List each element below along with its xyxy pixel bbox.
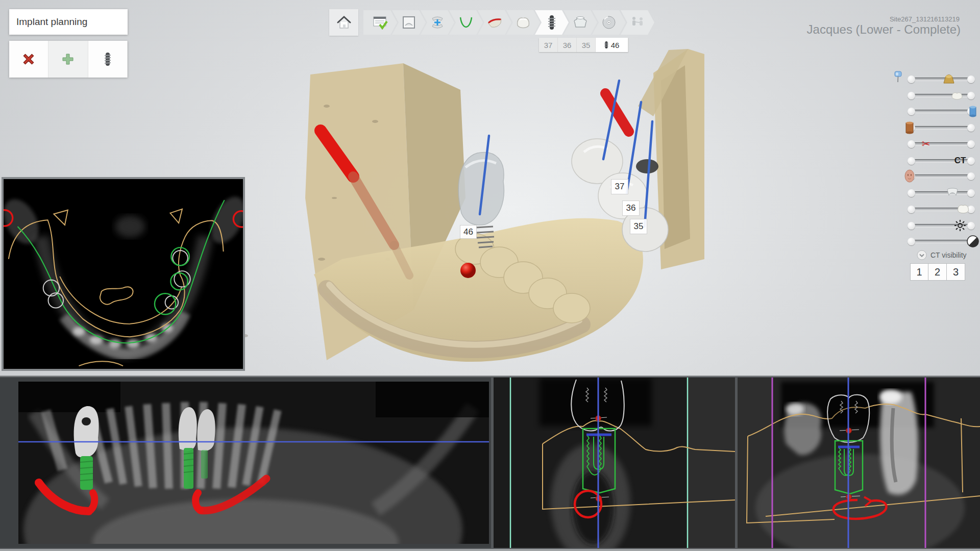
- export-disc-icon: [601, 15, 617, 30]
- contrast-icon[interactable]: [966, 235, 979, 248]
- blue-cylinder-icon[interactable]: [966, 105, 979, 118]
- surgical-guide-icon[interactable]: [946, 186, 959, 199]
- patient-name: Jacques (Lower - Complete): [807, 22, 961, 37]
- tooth-tab-36[interactable]: 36: [558, 38, 577, 52]
- tooth-tab-strip: 37 36 35 46: [539, 38, 628, 52]
- copper-cylinder-icon[interactable]: [903, 121, 916, 134]
- slider-scan-teeth[interactable]: [910, 89, 973, 102]
- tooth-label-46[interactable]: 46: [460, 225, 477, 239]
- slider-contrast[interactable]: [910, 235, 973, 248]
- tangential-view[interactable]: [738, 378, 980, 548]
- add-implant-button[interactable]: [48, 41, 88, 78]
- slider-drill-sleeve[interactable]: [910, 121, 973, 134]
- tooth-tab-36-label: 36: [563, 41, 572, 49]
- home-icon: [336, 15, 352, 30]
- tooth-tab-46[interactable]: 46: [596, 38, 628, 52]
- ct-visibility-button-3[interactable]: 3: [947, 263, 965, 281]
- scan-import-icon: [402, 15, 416, 30]
- crown-icon: [516, 15, 531, 30]
- chevron-down-icon[interactable]: [917, 250, 927, 260]
- slider-implant-visibility[interactable]: [910, 105, 973, 118]
- axial-ct-svg: [4, 179, 243, 369]
- tooth-tab-35-label: 35: [582, 41, 591, 49]
- panoramic-curve-icon: [458, 16, 474, 29]
- implant-screw-icon: [104, 52, 112, 67]
- scan-alignment-icon: [430, 15, 445, 30]
- panoramic-view[interactable]: [0, 378, 491, 548]
- nerve-marking-icon: [486, 16, 503, 29]
- slider-ct[interactable]: CT: [910, 154, 973, 167]
- tooth-label-35[interactable]: 35: [630, 219, 647, 234]
- pin-panel-icon[interactable]: [892, 70, 904, 84]
- axial-ct-view[interactable]: [2, 177, 245, 371]
- brightness-icon[interactable]: [953, 219, 967, 232]
- tooth-tab-46-label: 46: [611, 41, 620, 49]
- red-cross-icon: [21, 52, 36, 67]
- workflow-bar: [363, 10, 654, 35]
- slider-face-scan[interactable]: [910, 169, 973, 183]
- abutment-icon: [572, 15, 589, 30]
- tooth-tab-37[interactable]: 37: [539, 38, 558, 52]
- panoramic-image: [18, 382, 489, 544]
- face-icon[interactable]: [903, 169, 916, 183]
- scan-teeth-icon[interactable]: [950, 89, 964, 102]
- scissors-icon[interactable]: ✂: [919, 137, 933, 151]
- slider-surgical-guide[interactable]: [910, 186, 973, 199]
- cast-model-icon[interactable]: [942, 72, 955, 86]
- workflow-step-order-form[interactable]: [363, 10, 397, 35]
- tooth-label-36[interactable]: 36: [622, 201, 640, 216]
- order-form-icon: [373, 15, 388, 30]
- tooth-tab-35[interactable]: 35: [577, 38, 596, 52]
- tooth-tab-37-label: 37: [544, 41, 553, 49]
- implant-step-icon: [548, 14, 556, 31]
- slider-crown-visibility[interactable]: [910, 203, 973, 216]
- tooth-label-46-text: 46: [463, 227, 473, 237]
- ct-visibility-button-1[interactable]: 1: [910, 263, 928, 281]
- case-id: Site267_131216113219: [890, 15, 960, 23]
- green-plus-icon: [61, 52, 75, 66]
- tooth-label-35-text: 35: [634, 221, 644, 232]
- ct-visibility-row: CT visibility: [917, 250, 967, 260]
- delete-plan-button[interactable]: [9, 41, 48, 78]
- foramen-marker-red-ball[interactable]: [460, 263, 476, 278]
- slider-cast-model[interactable]: [910, 72, 973, 86]
- ct-slider-label[interactable]: CT: [953, 154, 967, 167]
- slider-brightness[interactable]: [910, 219, 973, 232]
- implant-action-bar: [9, 41, 128, 78]
- panel-title: Implant planning: [9, 9, 128, 35]
- implant-library-button[interactable]: [88, 41, 128, 78]
- home-button[interactable]: [329, 9, 358, 36]
- tooth-label-37[interactable]: 37: [611, 179, 628, 194]
- ct-visibility-label: CT visibility: [930, 251, 967, 259]
- slider-clipping[interactable]: ✂: [910, 137, 973, 151]
- cross-section-view[interactable]: [494, 378, 735, 548]
- tooth-label-37-text: 37: [615, 182, 625, 192]
- bottom-divider: [0, 549, 980, 551]
- implant-socket-dark: [636, 159, 658, 173]
- tooth-label-36-text: 36: [626, 203, 636, 213]
- implant-screw-icon: [604, 41, 608, 49]
- ct-visibility-button-2[interactable]: 2: [928, 263, 947, 281]
- collaboration-icon: [629, 15, 646, 30]
- crown-icon[interactable]: [957, 203, 970, 216]
- bottom-view-strip: [0, 375, 980, 551]
- ct-visibility-buttons: 1 2 3: [910, 263, 965, 281]
- panel-title-text: Implant planning: [16, 16, 87, 28]
